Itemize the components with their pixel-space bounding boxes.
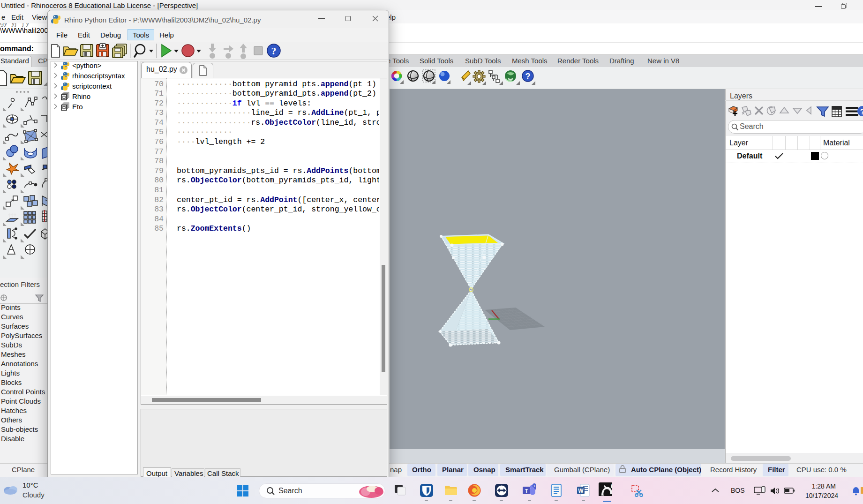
svg-text:?: ? xyxy=(525,72,531,81)
svg-text:Rhino: Rhino xyxy=(72,92,90,100)
svg-text:Eto: Eto xyxy=(72,103,83,111)
svg-text:8: 8 xyxy=(611,483,612,489)
svg-text:<python>: <python> xyxy=(72,61,102,69)
svg-text:W: W xyxy=(578,488,584,494)
svg-text:1: 1 xyxy=(533,484,536,488)
svg-text:T: T xyxy=(525,488,528,494)
svg-text:scriptcontext: scriptcontext xyxy=(72,82,112,90)
svg-text:?: ? xyxy=(860,107,863,116)
svg-text:rhinoscriptsyntax: rhinoscriptsyntax xyxy=(72,72,125,80)
svg-text:?: ? xyxy=(271,45,277,57)
